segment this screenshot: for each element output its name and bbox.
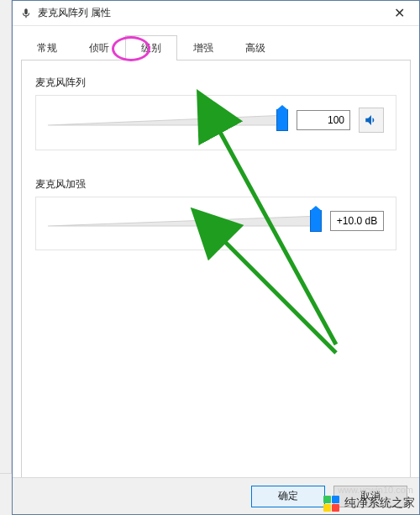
window-title: 麦克风阵列 属性: [38, 6, 381, 20]
tab-label: 增强: [193, 42, 213, 54]
speaker-icon: [364, 113, 379, 128]
mic-array-value[interactable]: 100: [297, 110, 350, 130]
tab-label: 级别: [141, 42, 161, 54]
mic-boost-label: 麦克风加强: [35, 177, 396, 192]
mic-boost-slider[interactable]: [48, 209, 322, 233]
mic-array-group: 100: [35, 95, 396, 150]
mic-array-label: 麦克风阵列: [35, 76, 396, 90]
slider-track-shape: [48, 214, 322, 228]
mic-array-slider[interactable]: [48, 108, 288, 132]
tab-listen[interactable]: 侦听: [73, 35, 125, 60]
svg-marker-0: [48, 115, 288, 125]
tab-general[interactable]: 常规: [21, 35, 73, 60]
tab-levels[interactable]: 级别: [125, 35, 177, 60]
value-text: +10.0 dB: [337, 215, 377, 227]
value-text: 100: [328, 114, 344, 126]
tabs: 常规 侦听 级别 增强 高级: [21, 34, 411, 60]
mic-boost-group: +10.0 dB: [35, 197, 396, 250]
properties-dialog: 麦克风阵列 属性 ✕ 常规 侦听 级别 增强 高级 麦克风阵列: [12, 0, 420, 515]
mute-button[interactable]: [359, 108, 384, 133]
close-icon: ✕: [394, 6, 405, 20]
close-button[interactable]: ✕: [381, 2, 417, 25]
slider-thumb[interactable]: [276, 109, 288, 131]
watermark-logo-icon: [323, 495, 339, 512]
svg-marker-1: [48, 216, 322, 226]
watermark: 纯净系统之家: [323, 495, 415, 512]
background-panel-left: [0, 0, 12, 515]
tab-label: 高级: [245, 42, 265, 54]
tab-panel-levels: 麦克风阵列 100 麦克风加强: [21, 60, 411, 504]
titlebar: 麦克风阵列 属性 ✕: [13, 1, 419, 26]
tab-label: 常规: [37, 42, 57, 54]
ok-button[interactable]: 确定: [251, 486, 325, 507]
watermark-text: 纯净系统之家: [344, 496, 415, 511]
tab-enhance[interactable]: 增强: [177, 35, 229, 60]
slider-track-shape: [48, 113, 288, 127]
mic-boost-value[interactable]: +10.0 dB: [330, 211, 384, 231]
mic-icon: [19, 7, 33, 20]
tab-label: 侦听: [89, 42, 109, 54]
button-label: 确定: [278, 489, 298, 503]
watermark-url: www.ycwin10.com: [338, 485, 413, 495]
tab-advanced[interactable]: 高级: [229, 35, 281, 60]
slider-thumb[interactable]: [310, 210, 322, 232]
